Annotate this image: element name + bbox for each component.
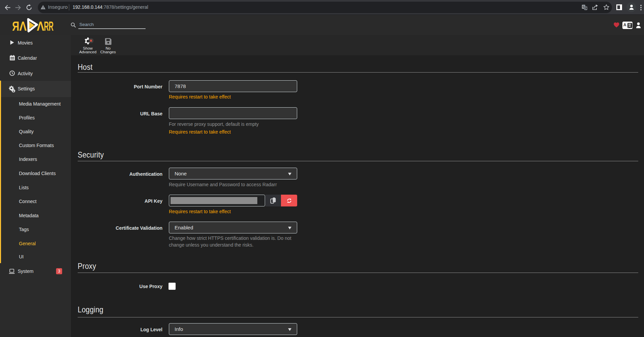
svg-text:R: R <box>49 19 54 33</box>
svg-text:Я: Я <box>12 19 19 33</box>
svg-text:R: R <box>44 19 49 33</box>
svg-text:Λ: Λ <box>19 19 27 33</box>
svg-text:Λ: Λ <box>37 19 45 33</box>
